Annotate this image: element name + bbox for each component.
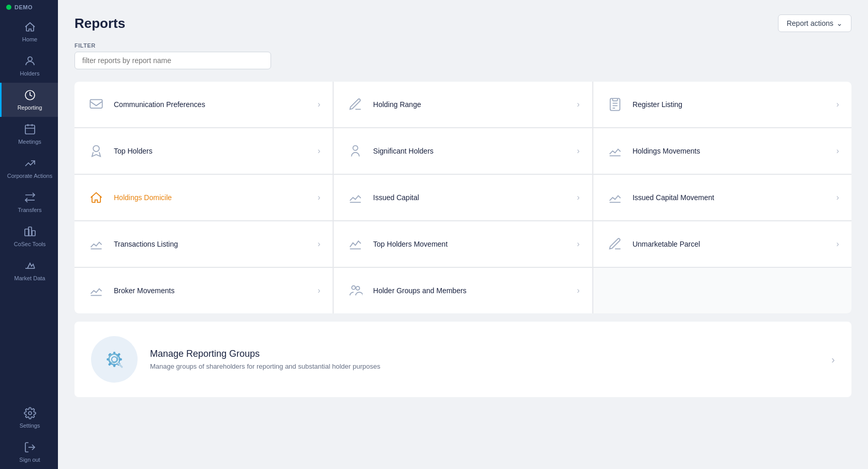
- page-header: Reports Report actions ⌄: [74, 14, 851, 32]
- filter-section: FILTER: [74, 42, 851, 69]
- report-name: Significant Holders: [373, 147, 568, 155]
- transfers-icon: [24, 191, 36, 204]
- corporate-actions-icon: [24, 157, 36, 170]
- sidebar-item-label: Meetings: [18, 139, 41, 145]
- chevron-right-icon: ›: [577, 100, 579, 109]
- report-name: Communication Preferences: [114, 100, 309, 109]
- chevron-right-icon: ›: [836, 239, 839, 249]
- report-name: Unmarketable Parcel: [633, 240, 828, 248]
- report-card-holding-range[interactable]: Holding Range ›: [334, 82, 592, 127]
- chevron-right-icon: ›: [318, 286, 320, 295]
- report-card-significant-holders[interactable]: Significant Holders ›: [334, 128, 592, 174]
- svg-rect-9: [612, 98, 617, 101]
- report-name: Holdings Movements: [633, 147, 828, 155]
- sidebar-item-settings[interactable]: Settings: [0, 401, 58, 435]
- sidebar-item-holders[interactable]: Holders: [0, 49, 58, 83]
- clipboard-icon: [606, 95, 624, 114]
- reports-grid: Communication Preferences › Holding Rang…: [74, 82, 851, 313]
- svg-point-6: [28, 412, 32, 415]
- chevron-right-icon: ›: [836, 100, 839, 109]
- demo-badge: DEMO: [0, 0, 58, 14]
- main-content: Reports Report actions ⌄ FILTER Communic…: [58, 0, 868, 469]
- report-card-holdings-movements[interactable]: Holdings Movements ›: [593, 128, 851, 174]
- manage-icon-wrap: [91, 336, 138, 383]
- svg-rect-26: [113, 364, 115, 367]
- chevron-right-icon: ›: [836, 146, 839, 156]
- sidebar-item-corporate-actions[interactable]: Corporate Actions: [0, 151, 58, 185]
- report-name: Holdings Domicile: [114, 193, 309, 202]
- report-card-broker-movements[interactable]: Broker Movements ›: [74, 268, 333, 313]
- sidebar-item-label: Transfers: [18, 207, 41, 213]
- chevron-right-icon: ›: [577, 239, 579, 249]
- report-card-top-holders[interactable]: Top Holders ›: [74, 128, 333, 174]
- report-card-empty: [593, 268, 851, 313]
- sidebar-item-home[interactable]: Home: [0, 14, 58, 49]
- filter-input[interactable]: [74, 52, 271, 69]
- report-name: Transactions Listing: [114, 240, 309, 248]
- report-name: Top Holders Movement: [373, 240, 568, 248]
- sidebar-item-label: Reporting: [18, 104, 42, 111]
- page-title: Reports: [74, 16, 125, 32]
- filter-label: FILTER: [74, 42, 851, 49]
- manage-title: Manage Reporting Groups: [150, 349, 819, 359]
- svg-rect-8: [90, 100, 102, 108]
- report-actions-button[interactable]: Report actions ⌄: [778, 14, 851, 32]
- sidebar: DEMO Home Holders Reporting Meetings Cor…: [0, 0, 58, 469]
- report-card-unmarketable-parcel[interactable]: Unmarketable Parcel ›: [593, 221, 851, 267]
- sidebar-item-meetings[interactable]: Meetings: [0, 117, 58, 151]
- sidebar-item-label: Home: [22, 36, 37, 42]
- chart-icon2: [606, 188, 624, 207]
- sidebar-item-cosec-tools[interactable]: CoSec Tools: [0, 219, 58, 253]
- award-icon: [87, 142, 106, 160]
- reporting-icon: [24, 89, 36, 101]
- market-data-icon: [24, 260, 36, 272]
- report-card-issued-capital[interactable]: Issued Capital ›: [334, 175, 592, 220]
- chevron-right-icon: ›: [318, 193, 320, 202]
- report-card-issued-capital-movement[interactable]: Issued Capital Movement ›: [593, 175, 851, 220]
- chevron-right-icon: ›: [318, 239, 320, 249]
- broker-icon: [87, 281, 106, 300]
- person-icon: [346, 142, 365, 160]
- report-name: Issued Capital Movement: [633, 193, 828, 202]
- chevron-right-icon: ›: [577, 193, 579, 202]
- settings-icon: [24, 407, 36, 419]
- svg-point-13: [93, 146, 99, 152]
- manage-text: Manage Reporting Groups Manage groups of…: [150, 349, 819, 370]
- report-card-top-holders-movement[interactable]: Top Holders Movement ›: [334, 221, 592, 267]
- meetings-icon: [24, 123, 36, 135]
- manage-groups-icon: [101, 346, 128, 373]
- manage-chevron-icon: ›: [831, 354, 835, 366]
- sidebar-item-signout[interactable]: Sign out: [0, 435, 58, 469]
- svg-rect-5: [32, 231, 35, 236]
- sidebar-item-label: Settings: [20, 422, 40, 429]
- pencil-icon: [346, 95, 365, 114]
- home-icon: [24, 21, 36, 33]
- demo-dot: [6, 5, 11, 10]
- svg-rect-2: [25, 125, 35, 134]
- svg-point-0: [28, 57, 32, 61]
- report-card-holdings-domicile[interactable]: Holdings Domicile ›: [74, 175, 333, 220]
- cosec-tools-icon: [24, 225, 36, 238]
- svg-point-24: [112, 357, 117, 362]
- report-name: Broker Movements: [114, 286, 309, 295]
- report-card-holder-groups[interactable]: Holder Groups and Members ›: [334, 268, 592, 313]
- sidebar-item-market-data[interactable]: Market Data: [0, 253, 58, 288]
- sidebar-item-label: Corporate Actions: [7, 173, 52, 179]
- chart-up-icon: [606, 142, 624, 160]
- sidebar-item-reporting[interactable]: Reporting: [0, 83, 58, 117]
- report-card-transactions-listing[interactable]: Transactions Listing ›: [74, 221, 333, 267]
- chevron-right-icon: ›: [318, 146, 320, 156]
- svg-point-21: [352, 286, 355, 290]
- sidebar-item-transfers[interactable]: Transfers: [0, 185, 58, 219]
- report-card-communication-preferences[interactable]: Communication Preferences ›: [74, 82, 333, 127]
- manage-reporting-groups-card[interactable]: Manage Reporting Groups Manage groups of…: [74, 322, 851, 397]
- chart-icon: [346, 188, 365, 207]
- chevron-right-icon: ›: [836, 193, 839, 202]
- chevron-right-icon: ›: [318, 100, 320, 109]
- sidebar-item-label: Market Data: [14, 275, 46, 281]
- report-name: Register Listing: [633, 100, 828, 109]
- report-card-register-listing[interactable]: Register Listing ›: [593, 82, 851, 127]
- report-name: Holder Groups and Members: [373, 286, 568, 295]
- report-actions-label: Report actions: [787, 19, 833, 27]
- transactions-icon: [87, 235, 106, 253]
